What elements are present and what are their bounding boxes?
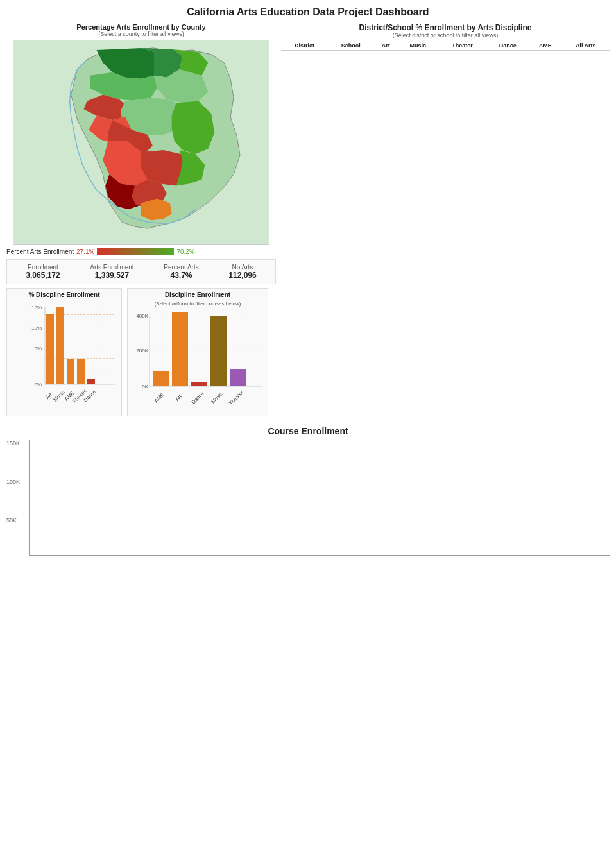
arts-enrollment-label: Arts Enrollment xyxy=(90,264,133,271)
percent-arts-label: Percent Arts xyxy=(164,264,198,271)
course-labels-container xyxy=(29,556,610,557)
stats-row: Enrollment 3,065,172 Arts Enrollment 1,3… xyxy=(6,259,276,284)
svg-rect-20 xyxy=(87,379,95,384)
svg-text:Art: Art xyxy=(174,393,183,402)
svg-rect-14 xyxy=(56,307,64,384)
map-subtitle: (Select a county to filter all views) xyxy=(6,31,276,37)
discipline-pct-chart[interactable]: % Discpline Enrollment 15% 10% 5% xyxy=(6,288,122,416)
discipline-enroll-subtitle: (Select artform to filter courses below) xyxy=(130,301,265,307)
course-section: Course Enrollment 150K 100K 50K xyxy=(6,422,610,557)
svg-text:400K: 400K xyxy=(136,313,148,319)
svg-rect-33 xyxy=(172,312,188,386)
stat-percent-arts: Percent Arts 43.7% xyxy=(164,264,198,280)
percent-arts-value: 43.7% xyxy=(164,271,198,280)
table-section: District/School % Enrollment by Arts Dis… xyxy=(281,23,610,416)
col-header-school[interactable]: School xyxy=(328,41,373,51)
svg-rect-39 xyxy=(230,369,246,386)
stat-arts-enrollment: Arts Enrollment 1,339,527 xyxy=(90,264,133,280)
svg-rect-37 xyxy=(210,316,227,386)
discipline-enroll-chart[interactable]: Discipline Enrollment (Select artform to… xyxy=(127,288,268,416)
svg-text:200K: 200K xyxy=(136,348,148,354)
course-y-axis: 150K 100K 50K xyxy=(6,440,20,556)
svg-text:AME: AME xyxy=(153,392,166,404)
discipline-table: District School Art Music Theater Dance … xyxy=(281,41,610,51)
svg-text:10%: 10% xyxy=(31,325,42,331)
col-header-dance[interactable]: Dance xyxy=(487,41,529,51)
svg-rect-12 xyxy=(46,314,54,384)
enrollment-value: 3,065,172 xyxy=(26,271,60,280)
discipline-pct-title: % Discpline Enrollment xyxy=(10,291,119,298)
stat-no-arts: No Arts 112,096 xyxy=(228,264,256,280)
discipline-enroll-title: Discipline Enrollment xyxy=(130,291,265,298)
col-header-theater[interactable]: Theater xyxy=(438,41,486,51)
svg-text:15%: 15% xyxy=(31,305,42,311)
col-header-district[interactable]: District xyxy=(281,41,328,51)
y-label-50k: 50K xyxy=(6,517,20,524)
y-label-150k: 150K xyxy=(6,440,20,447)
svg-text:Music: Music xyxy=(53,389,66,403)
y-label-100k: 100K xyxy=(6,479,20,485)
svg-text:0K: 0K xyxy=(142,384,148,389)
legend-gradient xyxy=(97,248,174,255)
map-title: Percentage Arts Enrollment by County xyxy=(6,23,276,31)
col-header-art[interactable]: Art xyxy=(374,41,398,51)
svg-rect-18 xyxy=(77,359,85,384)
legend-max: 70.2% xyxy=(176,248,194,255)
no-arts-value: 112,096 xyxy=(228,271,256,280)
course-bars-container xyxy=(29,440,610,556)
page-title: California Arts Education Data Project D… xyxy=(6,6,610,18)
course-title: Course Enrollment xyxy=(6,426,610,436)
svg-rect-31 xyxy=(153,371,169,386)
legend-min: 27.1% xyxy=(76,248,94,255)
col-header-allarts[interactable]: All Arts xyxy=(561,41,610,51)
map-legend: Percent Arts Enrollment 27.1% 70.2% xyxy=(6,248,276,255)
svg-rect-16 xyxy=(67,359,74,384)
svg-text:Dance: Dance xyxy=(191,390,205,405)
table-subtitle: (Select district or school to filter all… xyxy=(281,32,610,38)
table-title: District/School % Enrollment by Arts Dis… xyxy=(281,23,610,32)
dashboard-page: California Arts Education Data Project D… xyxy=(0,0,616,861)
legend-label: Percent Arts Enrollment xyxy=(6,248,74,255)
col-header-music[interactable]: Music xyxy=(398,41,438,51)
col-header-ame[interactable]: AME xyxy=(529,41,561,51)
arts-enrollment-value: 1,339,527 xyxy=(90,271,133,280)
enrollment-label: Enrollment xyxy=(26,264,60,271)
svg-text:Theater: Theater xyxy=(228,389,244,406)
top-section: Percentage Arts Enrollment by County (Se… xyxy=(6,23,610,416)
svg-text:0%: 0% xyxy=(34,382,42,388)
ca-map[interactable]: Nevada xyxy=(13,40,270,245)
svg-rect-35 xyxy=(191,382,207,386)
charts-row: % Discpline Enrollment 15% 10% 5% xyxy=(6,288,276,416)
map-section: Percentage Arts Enrollment by County (Se… xyxy=(6,23,276,416)
svg-text:Music: Music xyxy=(210,391,224,405)
no-arts-label: No Arts xyxy=(228,264,256,271)
svg-text:5%: 5% xyxy=(34,346,42,352)
stat-enrollment: Enrollment 3,065,172 xyxy=(26,264,60,280)
